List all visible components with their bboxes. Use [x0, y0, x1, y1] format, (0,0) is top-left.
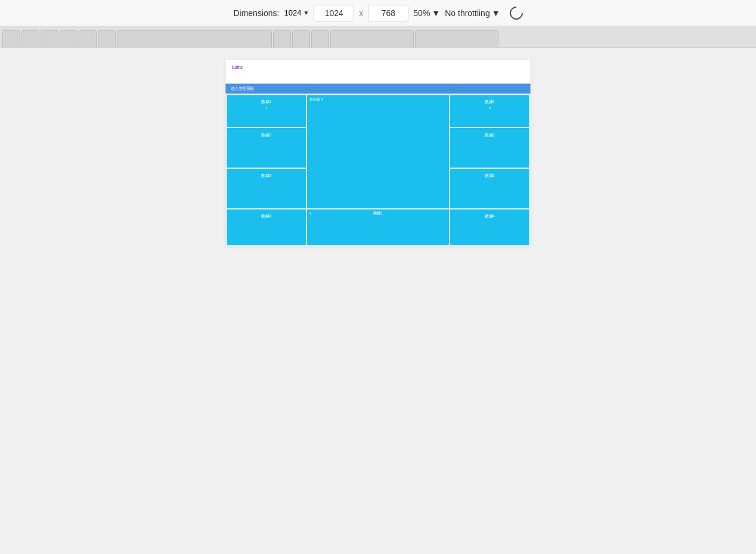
- left-card-2-title: 數據2: [231, 131, 302, 138]
- throttle-arrow: ▼: [492, 8, 500, 18]
- tab-7[interactable]: [292, 30, 310, 47]
- left-card-2: 數據2: [227, 128, 306, 167]
- zoom-dropdown[interactable]: 50% ▼: [413, 8, 440, 18]
- right-card-3: 數據3: [450, 169, 529, 208]
- bottom-center-title: 數據1: [307, 210, 449, 216]
- page-header: Home: [226, 60, 531, 84]
- browser-frame: Home 進入管理系統 數據1 1 放地圖 4 數據1: [225, 60, 531, 247]
- tab-spacer-1: [60, 30, 78, 47]
- right-card-1-value: 2: [454, 106, 525, 110]
- bottom-center-card: 數據1 3: [307, 210, 449, 245]
- tab-9[interactable]: [330, 30, 414, 47]
- zoom-arrow: ▼: [432, 8, 440, 18]
- tab-5[interactable]: [98, 30, 116, 47]
- right-card-4-title: 數據4: [454, 213, 525, 219]
- left-card-1: 數據1 1: [227, 95, 306, 127]
- browser-tabs-bar: [0, 26, 756, 48]
- right-card-2: 數據2: [450, 128, 529, 167]
- left-card-4: 數據4: [227, 210, 306, 245]
- tab-4[interactable]: [79, 30, 97, 47]
- right-card-3-title: 數據3: [454, 172, 525, 178]
- left-card-3: 數據3: [227, 169, 306, 208]
- devtools-toolbar: Dimensions: 1024 ▼ x 50% ▼ No throttling…: [0, 0, 756, 26]
- tab-2[interactable]: [21, 30, 39, 47]
- tab-3[interactable]: [41, 30, 58, 47]
- throttle-value: No throttling: [445, 8, 489, 18]
- tab-1[interactable]: [2, 30, 20, 47]
- map-label: 放地圖 4: [309, 97, 323, 102]
- admin-bar-label: 進入管理系統: [231, 86, 254, 91]
- dimension-arrow: ▼: [303, 10, 309, 16]
- right-card-2-title: 數據2: [454, 131, 525, 138]
- right-card-4: 數據4: [450, 210, 529, 245]
- left-card-3-title: 數據3: [231, 172, 302, 178]
- right-card-1-title: 數據1: [454, 98, 525, 105]
- tab-6[interactable]: [117, 30, 272, 47]
- home-link[interactable]: Home: [232, 65, 243, 70]
- left-card-1-title: 數據1: [231, 98, 302, 105]
- admin-bar: 進入管理系統: [226, 84, 531, 94]
- height-input[interactable]: [368, 5, 408, 21]
- left-card-4-title: 數據4: [231, 213, 302, 219]
- dimension-value: 1024: [284, 8, 301, 17]
- map-card: 放地圖 4: [307, 95, 449, 208]
- content-grid: 數據1 1 放地圖 4 數據1 2 數據2 數據2: [226, 94, 531, 247]
- tab-spacer-2: [273, 30, 291, 47]
- dimensions-label: Dimensions:: [233, 8, 279, 18]
- tab-10[interactable]: [415, 30, 498, 47]
- left-card-1-value: 1: [231, 106, 302, 110]
- width-input[interactable]: [314, 5, 354, 21]
- bottom-center-num: 3: [309, 211, 311, 216]
- viewport-wrapper: Home 進入管理系統 數據1 1 放地圖 4 數據1: [0, 48, 756, 554]
- rotate-icon[interactable]: [507, 4, 525, 22]
- dimension-dropdown[interactable]: 1024 ▼: [284, 8, 309, 17]
- zoom-value: 50%: [413, 8, 430, 18]
- tab-8[interactable]: [311, 30, 329, 47]
- throttle-dropdown[interactable]: No throttling ▼: [445, 8, 500, 18]
- separator: x: [359, 8, 363, 18]
- right-card-1: 數據1 2: [450, 95, 529, 127]
